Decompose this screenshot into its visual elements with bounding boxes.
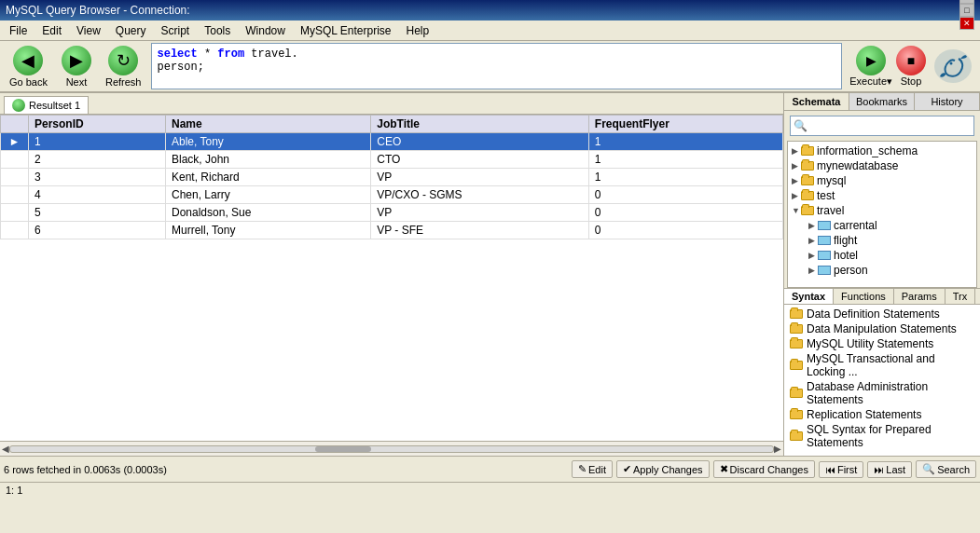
syntax-folder-icon [790,309,803,319]
tree-arrow: ▶ [792,176,801,185]
menu-enterprise[interactable]: MySQL Enterprise [295,22,397,39]
syntax-list[interactable]: Data Definition Statements Data Manipula… [784,305,980,456]
table-row[interactable]: 2Black, JohnCTO1 [1,151,783,169]
syntax-item-1[interactable]: Data Manipulation Statements [786,321,978,336]
first-icon: ⏮ [825,464,835,475]
scroll-left-button[interactable]: ◀ [2,444,9,454]
menu-edit[interactable]: Edit [36,22,67,39]
execute-button[interactable]: ▶ Execute▾ [849,46,892,88]
table-cell: Murrell, Tony [166,222,371,239]
table-cell: VP - SFE [371,222,589,239]
maximize-button[interactable]: □ [959,4,974,17]
resultset-tab[interactable]: Resultset 1 [4,96,89,114]
table-cell: Chen, Larry [166,186,371,204]
horizontal-scrollbar[interactable]: ◀ ▶ [0,441,783,456]
tab-schemata[interactable]: Schemata [784,93,849,110]
tree-item-carrental[interactable]: ▶ carrental [790,218,974,233]
result-table[interactable]: PersonID Name JobTitle FrequentFlyer ►1A… [0,115,783,441]
close-button[interactable]: ✕ [959,17,974,30]
syntax-item-0[interactable]: Data Definition Statements [786,307,978,321]
tab-params[interactable]: Params [894,289,945,304]
next-icon: ▶ [62,46,91,75]
table-icon [818,221,831,230]
tree-arrow: ▶ [808,266,818,275]
last-button[interactable]: ⏭ Last [867,461,912,478]
menu-view[interactable]: View [71,22,106,39]
discard-changes-button[interactable]: ✖ Discard Changes [713,460,815,478]
tree-item-hotel[interactable]: ▶ hotel [790,248,974,263]
menu-tools[interactable]: Tools [199,22,236,39]
folder-icon-travel [801,206,814,215]
tree-item-travel[interactable]: ▼ travel [790,203,974,218]
tab-trx[interactable]: Trx [945,289,975,304]
next-button[interactable]: ▶ Next [53,44,100,89]
dolphin-logo [930,46,976,88]
schema-tree[interactable]: ▶ information_schema ▶ mynewdatabase ▶ m… [787,141,977,288]
folder-icon [801,191,814,200]
search-button[interactable]: 🔍 Search [916,460,976,478]
apply-changes-button[interactable]: ✔ Apply Changes [616,460,710,478]
table-cell: 0 [588,222,782,239]
scroll-track [9,445,774,453]
tree-item-mynewdatabase[interactable]: ▶ mynewdatabase [790,158,974,173]
tree-item-test[interactable]: ▶ test [790,188,974,203]
scroll-right-button[interactable]: ▶ [774,444,781,454]
schema-search-input[interactable] [810,119,971,132]
tree-item-flight[interactable]: ▶ flight [790,233,974,248]
table-row[interactable]: ►1Able, TonyCEO1 [1,133,783,151]
tree-item-mysql[interactable]: ▶ mysql [790,173,974,188]
menu-window[interactable]: Window [240,22,291,39]
col-header-frequentflyer[interactable]: FrequentFlyer [588,116,782,133]
tab-functions[interactable]: Functions [834,289,894,304]
menu-query[interactable]: Query [110,22,152,39]
refresh-icon: ↻ [108,46,138,75]
table-icon [818,266,831,275]
table-row[interactable]: 5Donaldson, SueVP0 [1,204,783,222]
syntax-item-5[interactable]: Replication Statements [786,407,978,422]
refresh-button[interactable]: ↻ Refresh [100,44,147,89]
table-cell: CEO [371,133,589,151]
tree-item-information-schema[interactable]: ▶ information_schema [790,144,974,158]
query-input[interactable]: select * from travel. person; [151,43,843,89]
table-icon [818,251,831,260]
syntax-folder-icon [790,410,803,419]
col-header-jobtitle[interactable]: JobTitle [371,116,589,133]
schema-tabs: Schemata Bookmarks History [784,93,980,111]
edit-button[interactable]: ✎ Edit [572,460,613,478]
schema-search[interactable]: 🔍 [790,116,974,136]
col-header-name[interactable]: Name [166,116,371,133]
schema-search-wrap: 🔍 [784,111,980,141]
execute-icon: ▶ [856,46,886,75]
tab-syntax[interactable]: Syntax [784,289,834,304]
table-cell: 3 [29,169,166,186]
syntax-item-3[interactable]: MySQL Transactional and Locking ... [786,351,978,379]
menu-script[interactable]: Script [156,22,196,39]
table-row[interactable]: 4Chen, LarryVP/CXO - SGMS0 [1,186,783,204]
first-button[interactable]: ⏮ First [819,461,863,478]
tree-arrow: ▶ [808,251,818,260]
syntax-item-2[interactable]: MySQL Utility Statements [786,336,978,351]
tab-history[interactable]: History [915,93,980,110]
menu-help[interactable]: Help [401,22,435,39]
menu-file[interactable]: File [4,22,33,39]
table-cell: 1 [29,133,166,151]
table-cell: Kent, Richard [166,169,371,186]
table-cell: Able, Tony [166,133,371,151]
syntax-item-4[interactable]: Database Administration Statements [786,379,978,407]
table-cell: 1 [588,133,782,151]
syntax-item-6[interactable]: SQL Syntax for Prepared Statements [786,422,978,450]
syntax-panel: Syntax Functions Params Trx Data Definit… [784,288,980,456]
table-icon [818,236,831,245]
tree-item-person[interactable]: ▶ person [790,263,974,278]
stop-button[interactable]: ■ Stop [896,46,926,87]
discard-icon: ✖ [720,463,728,475]
table-cell: 5 [29,204,166,222]
tab-bookmarks[interactable]: Bookmarks [849,93,915,110]
go-back-button[interactable]: ◀ Go back [4,44,53,89]
table-row[interactable]: 6Murrell, TonyVP - SFE0 [1,222,783,239]
tree-arrow: ▶ [808,236,818,245]
table-row[interactable]: 3Kent, RichardVP1 [1,169,783,186]
table-cell: CTO [371,151,589,169]
col-header-personid[interactable]: PersonID [29,116,166,133]
scroll-thumb[interactable] [315,446,371,452]
